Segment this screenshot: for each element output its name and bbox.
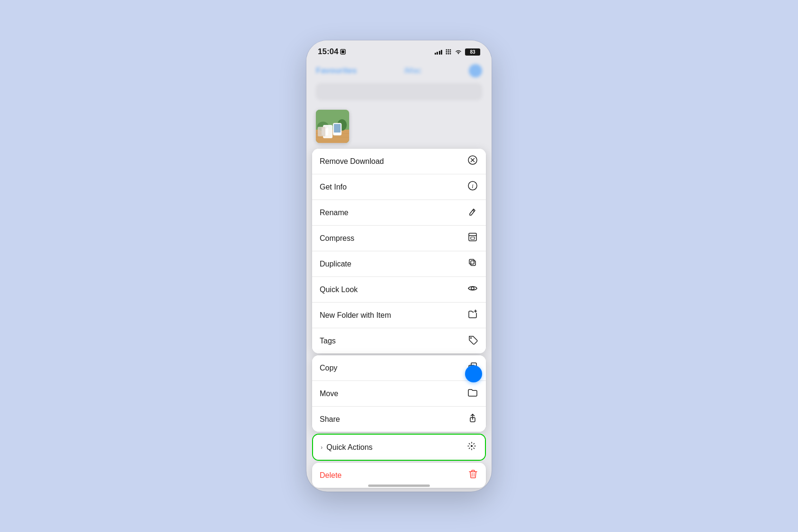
location-icon: [340, 49, 346, 55]
svg-line-49: [474, 448, 475, 449]
svg-point-5: [446, 51, 447, 53]
chevron-right-icon: ›: [321, 444, 323, 451]
quick-actions-label: Quick Actions: [326, 443, 372, 452]
svg-rect-33: [469, 259, 474, 264]
battery-level: 83: [470, 49, 475, 55]
top-nav: Favourites iMac: [306, 60, 492, 83]
rename-item[interactable]: Rename: [312, 200, 486, 226]
status-icons: 83: [435, 48, 481, 56]
move-folder-icon: [467, 387, 478, 400]
move-label: Move: [320, 390, 338, 398]
signal-icon: [435, 49, 443, 55]
grid-dots-icon: [445, 48, 452, 55]
svg-point-4: [450, 49, 451, 51]
svg-point-21: [322, 127, 328, 129]
blue-circle-button[interactable]: [465, 365, 482, 382]
info-icon: i: [467, 180, 478, 193]
new-folder-icon: [467, 309, 478, 322]
nav-center: iMac: [404, 66, 421, 76]
home-indicator: [368, 484, 430, 487]
share-label: Share: [320, 415, 340, 424]
status-bar: 15:04: [306, 40, 492, 60]
svg-line-51: [469, 448, 470, 449]
svg-point-9: [448, 53, 449, 55]
delete-label: Delete: [320, 471, 342, 480]
svg-rect-31: [471, 237, 475, 239]
tags-item[interactable]: Tags: [312, 328, 486, 353]
phone-frame: 15:04: [306, 40, 492, 492]
menu-group-2: Copy Move Share: [312, 355, 486, 432]
svg-line-50: [474, 444, 475, 445]
svg-point-2: [446, 49, 447, 51]
move-item[interactable]: Move: [312, 381, 486, 407]
thumbnail-image: [316, 110, 349, 143]
quick-look-label: Quick Look: [320, 285, 358, 294]
menu-group-1: Remove Download Get Info i Rename: [312, 149, 486, 353]
duplicate-item[interactable]: Duplicate: [312, 251, 486, 277]
share-item[interactable]: Share: [312, 407, 486, 432]
trash-icon: [468, 469, 478, 482]
svg-point-35: [471, 287, 474, 290]
search-bar: [316, 83, 482, 100]
eye-icon: [467, 283, 478, 296]
svg-point-43: [471, 445, 473, 447]
compress-item[interactable]: Compress: [312, 226, 486, 251]
time-display: 15:04: [318, 47, 338, 57]
compress-label: Compress: [320, 234, 354, 243]
tags-icon: [467, 334, 478, 347]
remove-download-item[interactable]: Remove Download: [312, 149, 486, 174]
get-info-item[interactable]: Get Info i: [312, 174, 486, 200]
svg-point-7: [450, 51, 451, 53]
nav-action-icon: [469, 64, 482, 77]
file-thumbnail: [316, 110, 349, 143]
quick-actions-icon: [466, 441, 477, 454]
compress-icon: [467, 232, 478, 245]
svg-rect-20: [322, 128, 328, 135]
rename-label: Rename: [320, 209, 348, 217]
quick-look-item[interactable]: Quick Look: [312, 277, 486, 303]
svg-point-39: [470, 337, 472, 339]
svg-point-16: [317, 122, 329, 131]
copy-item[interactable]: Copy: [312, 355, 486, 381]
get-info-label: Get Info: [320, 183, 347, 191]
new-folder-label: New Folder with Item: [320, 311, 391, 320]
svg-point-22: [323, 127, 327, 129]
svg-point-3: [448, 49, 449, 51]
svg-point-6: [448, 51, 449, 53]
battery-indicator: 83: [465, 48, 480, 56]
status-time: 15:04: [318, 47, 346, 57]
svg-line-48: [469, 444, 470, 445]
nav-back: Favourites: [316, 66, 357, 76]
file-area: [306, 104, 492, 147]
svg-text:i: i: [472, 183, 473, 190]
new-folder-item[interactable]: New Folder with Item: [312, 303, 486, 328]
thumbnail-svg: [316, 110, 349, 143]
quick-actions-item[interactable]: › Quick Actions: [313, 435, 485, 460]
remove-download-icon: [467, 155, 478, 168]
share-icon: [467, 413, 478, 426]
duplicate-label: Duplicate: [320, 260, 352, 268]
svg-rect-1: [342, 50, 344, 53]
copy-label: Copy: [320, 364, 337, 372]
quick-actions-container: › Quick Actions: [312, 434, 486, 461]
svg-point-10: [450, 53, 451, 55]
remove-download-label: Remove Download: [320, 157, 384, 166]
svg-point-8: [446, 53, 447, 55]
rename-icon: [467, 206, 478, 219]
wifi-icon: [455, 49, 462, 55]
duplicate-icon: [467, 257, 478, 270]
svg-rect-19: [334, 124, 341, 133]
svg-line-28: [473, 210, 474, 211]
tags-label: Tags: [320, 337, 336, 345]
svg-rect-32: [471, 261, 475, 266]
